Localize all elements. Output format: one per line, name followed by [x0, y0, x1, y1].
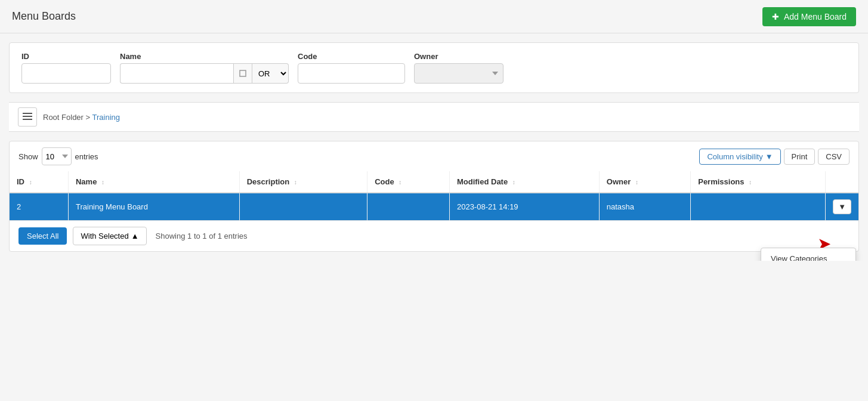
col-modified-date[interactable]: Modified Date ↕ — [449, 171, 599, 193]
svg-rect-3 — [23, 119, 32, 120]
folder-menu-button[interactable] — [18, 107, 37, 127]
cell-owner: natasha — [599, 193, 690, 220]
cell-code — [367, 193, 450, 220]
context-menu: View Categories Edit Select Folder Share… — [761, 248, 856, 261]
cell-modified-date: 2023-08-21 14:19 — [449, 193, 599, 220]
folder-path: Root Folder > Training — [43, 113, 120, 122]
sort-icon-owner: ↕ — [635, 179, 638, 186]
cell-action: ▼ — [826, 193, 858, 220]
row-action-button[interactable]: ▼ — [833, 199, 851, 214]
folder-bar: Root Folder > Training — [9, 102, 859, 132]
table-buttons: Column visibility ▼ Print CSV — [699, 149, 850, 165]
checkbox-icon — [239, 70, 246, 77]
filter-panel: ID Name OR AND Code — [9, 42, 859, 93]
svg-rect-1 — [23, 113, 32, 114]
data-table: ID ↕ Name ↕ Description ↕ Code ↕ Modifie… — [10, 171, 858, 220]
entries-count-select[interactable]: 10 25 50 100 — [42, 147, 72, 165]
col-description[interactable]: Description ↕ — [239, 171, 367, 193]
caret-up-icon: ▲ — [131, 232, 139, 240]
with-selected-button[interactable]: With Selected ▲ — [73, 227, 146, 245]
filter-name-input[interactable] — [120, 63, 233, 84]
select-all-button[interactable]: Select All — [18, 227, 67, 245]
cell-description — [239, 193, 367, 220]
column-visibility-button[interactable]: Column visibility ▼ — [699, 149, 780, 165]
sort-icon-id: ↕ — [29, 179, 32, 186]
folder-training[interactable]: Training — [92, 113, 120, 122]
print-button[interactable]: Print — [784, 149, 816, 165]
filter-id-label: ID — [21, 52, 111, 61]
name-exact-checkbox[interactable] — [233, 63, 252, 84]
sort-icon-perms: ↕ — [749, 179, 752, 186]
table-header-row: ID ↕ Name ↕ Description ↕ Code ↕ Modifie… — [10, 171, 858, 193]
col-id[interactable]: ID ↕ — [10, 171, 68, 193]
bottom-bar: Select All With Selected ▲ Showing 1 to … — [10, 220, 858, 251]
show-entries: Show 10 25 50 100 entries — [18, 147, 98, 165]
filter-name-group: Name OR AND — [120, 52, 289, 84]
table-row: 2 Training Menu Board 2023-08-21 14:19 n… — [10, 193, 858, 220]
add-menu-board-button[interactable]: ✚ Add Menu Board — [762, 7, 856, 26]
csv-button[interactable]: CSV — [818, 149, 850, 165]
svg-rect-2 — [23, 116, 32, 117]
table-section: Show 10 25 50 100 entries Column visibil… — [9, 141, 859, 252]
caret-icon: ▼ — [765, 152, 773, 161]
page-title: Menu Boards — [12, 10, 76, 23]
sort-icon-code: ↕ — [399, 179, 401, 186]
folder-root[interactable]: Root Folder — [43, 113, 84, 122]
col-code[interactable]: Code ↕ — [367, 171, 450, 193]
col-owner[interactable]: Owner ↕ — [599, 171, 690, 193]
sort-icon-name: ↕ — [101, 179, 104, 186]
col-actions — [826, 171, 858, 193]
filter-owner-select[interactable] — [414, 63, 503, 84]
sort-icon-desc: ↕ — [294, 179, 297, 186]
cell-permissions — [691, 193, 826, 220]
filter-id-input[interactable] — [21, 63, 111, 84]
filter-owner-group: Owner — [414, 52, 503, 84]
filter-owner-label: Owner — [414, 52, 503, 61]
plus-icon: ✚ — [772, 12, 779, 21]
col-name[interactable]: Name ↕ — [68, 171, 239, 193]
col-permissions[interactable]: Permissions ↕ — [691, 171, 826, 193]
sort-icon-date: ↕ — [512, 179, 515, 186]
filter-code-group: Code — [298, 52, 405, 84]
filter-operator-select[interactable]: OR AND — [252, 63, 289, 84]
filter-code-label: Code — [298, 52, 405, 61]
show-label: Show — [18, 152, 38, 161]
filter-name-label: Name — [120, 52, 289, 61]
filter-id-group: ID — [21, 52, 111, 84]
entries-label: entries — [75, 152, 98, 161]
table-controls: Show 10 25 50 100 entries Column visibil… — [10, 141, 858, 171]
svg-rect-0 — [240, 70, 246, 76]
cell-name: Training Menu Board — [68, 193, 239, 220]
hamburger-icon — [23, 113, 32, 121]
cell-id: 2 — [10, 193, 68, 220]
entries-info: Showing 1 to 1 of 1 entries — [156, 232, 248, 240]
menu-item-view-categories[interactable]: View Categories — [761, 248, 855, 261]
filter-code-input[interactable] — [298, 63, 405, 84]
